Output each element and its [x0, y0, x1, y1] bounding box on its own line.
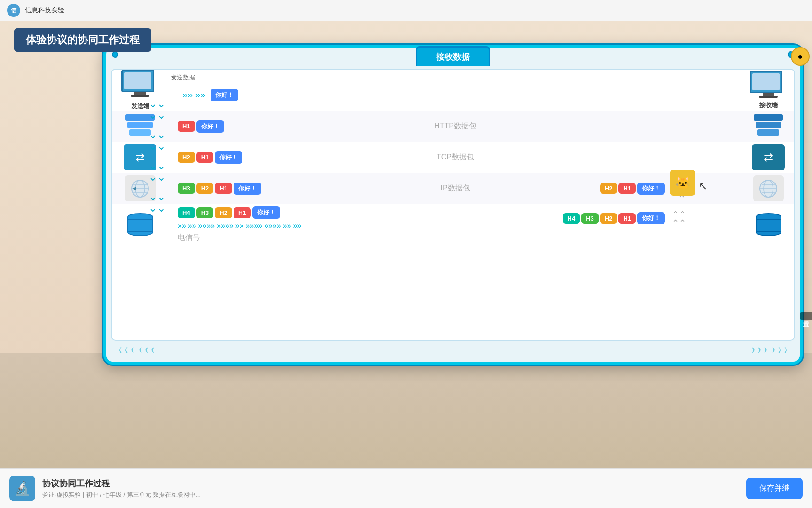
tag-h2-signal: H2	[215, 207, 232, 218]
signal-label: 电信号	[178, 233, 200, 243]
computer-icon-receiver	[750, 71, 787, 101]
right-icon-ip	[742, 175, 794, 201]
send-row-content: »» »» 你好！	[168, 79, 742, 101]
bottom-icon: 🔬	[9, 476, 35, 501]
stack-icon-http-right	[752, 113, 785, 139]
save-button[interactable]: 保存并继	[746, 478, 803, 499]
down-arrows-1: ⌄⌄ ⌄⌄	[148, 98, 165, 121]
http-row-content: H1 你好！ HTTP数据包	[168, 120, 742, 133]
circle-button-top-right[interactable]: ●	[791, 47, 810, 66]
right-icon-http	[742, 113, 794, 139]
arrows-icon-tcp-right: ⇄	[752, 144, 785, 170]
tag-nihao-http: 你好！	[196, 120, 224, 133]
tag-h4-signal-r: H4	[563, 213, 580, 224]
tcp-row-content: H2 H1 你好！ TCP数据包	[168, 151, 742, 164]
row-signal: H4 H3 H2 H1 你好！ »» »» »»»» »»»» »» »»»»	[112, 204, 794, 245]
panel-inner: 发送端 发送数据 »» »» 你好！	[111, 69, 795, 341]
tag-nihao-signal-r: 你好！	[637, 212, 665, 224]
send-arrows: »» »»	[182, 89, 206, 100]
signal-arrows: »» »» »»»» »»»» »» »»»» »»»» »» »»	[178, 222, 301, 230]
bottom-text: 协议协同工作过程 验证-虚拟实验 | 初中 / 七年级 / 第三单元 数据在互联…	[42, 478, 739, 499]
db-icon-left	[125, 212, 156, 238]
http-packet: H1 你好！	[178, 120, 224, 133]
row-tcp: ⇄ H2 H1 你好！ TCP数据包 ⌄⌄ ⌄⌄	[112, 142, 794, 173]
tag-h3-signal-r: H3	[581, 213, 599, 224]
row-ip: H3 H2 H1 你好！ IP数据包 ⌃ ⌃ ⌃ H2	[112, 173, 794, 204]
tag-h1-ip: H1	[215, 183, 232, 194]
right-icon-receiver-top: 接收端	[742, 71, 794, 110]
row-sending: 发送端 发送数据 »» »» 你好！	[112, 70, 794, 111]
right-icon-tcp: ⇄	[742, 144, 794, 170]
db-icon-right	[753, 212, 784, 238]
down-arrows-3: ⌄⌄ ⌄⌄	[148, 160, 165, 183]
tag-nihao-signal: 你好！	[252, 206, 280, 219]
tag-h4-signal: H4	[178, 207, 195, 218]
up-arrows-signal: ⌃⌃ ⌃⌃	[672, 210, 686, 227]
signal-row-content: H4 H3 H2 H1 你好！ »» »» »»»» »»»» »» »»»»	[168, 206, 742, 243]
globe-icon-ip-right	[753, 175, 784, 201]
tag-h1-signal: H1	[234, 207, 251, 218]
tag-h2-signal-r: H2	[600, 213, 617, 224]
main-panel: 接收数据 发送端 发送数据	[103, 45, 803, 365]
tag-h2-tcp: H2	[178, 152, 195, 163]
signal-packet-right: H4 H3 H2 H1 你好！	[563, 212, 665, 224]
mascot-character: 🐱	[670, 170, 695, 196]
ip-packet-left: H3 H2 H1 你好！	[178, 183, 261, 195]
sender-label: 发送端	[131, 102, 149, 111]
panel-scroll-decoration: 《《《 《《《 》》》 》》》	[116, 344, 790, 356]
bottom-bar: 🔬 协议协同工作过程 验证-虚拟实验 | 初中 / 七年级 / 第三单元 数据在…	[0, 468, 812, 508]
ip-packet-right: H2 H1 你好！	[600, 183, 665, 195]
signal-packet-left: H4 H3 H2 H1 你好！	[178, 206, 280, 219]
tag-h1-tcp: H1	[196, 152, 214, 163]
bottom-title: 协议协同工作过程	[42, 478, 739, 489]
tag-h3-signal: H3	[196, 207, 214, 218]
corner-dot-tl	[112, 51, 118, 58]
tag-h2-ip: H2	[196, 183, 214, 194]
main-content: 体验协议的协同工作过程 ● 接收数据 发送端	[0, 21, 812, 376]
tag-nihao-tcp: 你好！	[215, 151, 242, 164]
receiver-label: 接收端	[759, 101, 778, 110]
tag-h1-http: H1	[178, 121, 195, 132]
ip-label: IP数据包	[440, 183, 470, 193]
tag-nihao-send: 你好！	[211, 89, 238, 101]
down-arrows-4: ⌄⌄ ⌄⌄	[148, 191, 165, 214]
tag-h2-ip-right: H2	[600, 183, 617, 194]
cursor: ↖	[699, 180, 707, 192]
tag-h1-ip-right: H1	[618, 183, 636, 194]
title-banner: 体验协议的协同工作过程	[14, 28, 151, 52]
down-arrows-2: ⌄⌄ ⌄⌄	[148, 129, 165, 152]
top-bar: 信 信息科技实验	[0, 0, 812, 21]
send-packet: 你好！	[211, 89, 238, 101]
app-title: 信息科技实验	[25, 6, 64, 15]
tag-nihao-ip-right: 你好！	[637, 183, 665, 195]
panel-tab[interactable]: 接收数据	[416, 46, 490, 66]
signal-packet-right-wrap: H4 H3 H2 H1 你好！	[563, 212, 665, 224]
tcp-label: TCP数据包	[437, 152, 474, 162]
computer-icon-sender	[121, 70, 159, 100]
tag-nihao-ip: 你好！	[234, 183, 261, 195]
tcp-packet: H2 H1 你好！	[178, 151, 242, 164]
app-logo: 信	[7, 4, 20, 17]
http-label: HTTP数据包	[434, 121, 476, 131]
tag-h3-ip: H3	[178, 183, 195, 194]
left-icon-signal	[112, 212, 168, 238]
right-icon-signal	[742, 212, 794, 238]
reset-button[interactable]: 重置	[800, 312, 812, 320]
ip-row-content: H3 H2 H1 你好！ IP数据包 ⌃ ⌃ ⌃ H2	[168, 183, 742, 195]
tag-h1-signal-r: H1	[618, 213, 636, 224]
bottom-meta: 验证-虚拟实验 | 初中 / 七年级 / 第三单元 数据在互联网中...	[42, 491, 739, 499]
row-http: H1 你好！ HTTP数据包 ⌄⌄ ⌄⌄	[112, 111, 794, 142]
